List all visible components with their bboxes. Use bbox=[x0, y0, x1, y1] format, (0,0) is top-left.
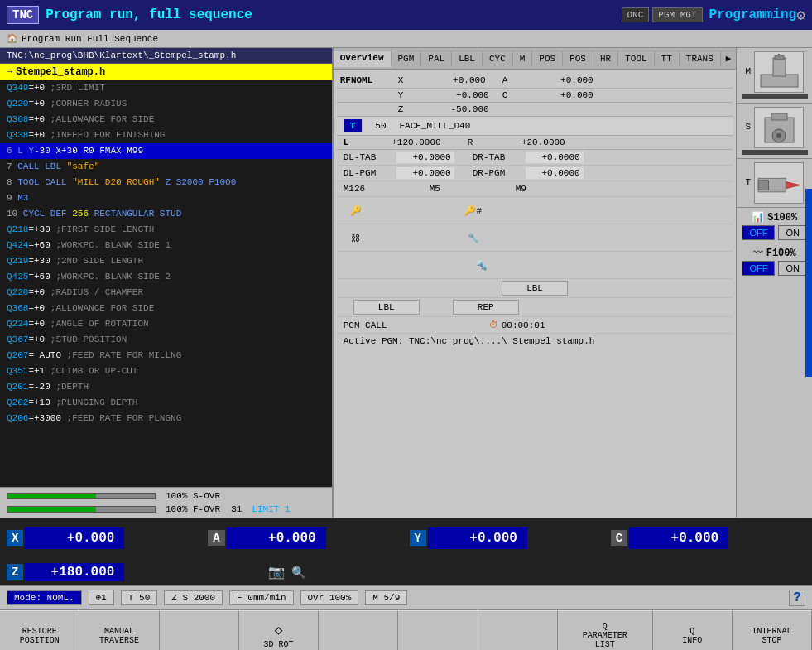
help-icon[interactable]: ? bbox=[789, 590, 805, 606]
a-axis-label: A bbox=[208, 530, 224, 546]
q-info-button[interactable]: QINFO bbox=[653, 610, 733, 650]
icon-row: 🔑 🔑# bbox=[337, 197, 733, 224]
right-sidebar: M S bbox=[736, 48, 812, 518]
a-label: A bbox=[502, 75, 519, 85]
empty-btn-3[interactable] bbox=[398, 610, 478, 650]
feed-waveform-icon: 〰 bbox=[753, 247, 763, 259]
dl-pgm-label: DL-PGM bbox=[344, 168, 393, 178]
home-icon: 🏠 bbox=[7, 33, 18, 44]
lbl-row-1: LBL bbox=[337, 279, 733, 298]
tab-m[interactable]: M bbox=[513, 51, 533, 66]
code-line: Q368=+0 ;ALLOWANCE FOR SIDE bbox=[0, 112, 332, 128]
t-name: FACE_MILL_D40 bbox=[400, 121, 471, 131]
coord-item: ⊕1 bbox=[89, 590, 114, 605]
programming-label: Programming bbox=[709, 7, 797, 22]
spindle-off-button[interactable]: OFF bbox=[742, 225, 775, 240]
l-label: L bbox=[344, 137, 360, 147]
tab-pos1[interactable]: POS bbox=[532, 51, 563, 66]
blue-scroll-bar[interactable] bbox=[805, 189, 812, 377]
m-section: M bbox=[737, 48, 812, 104]
spindle-icon: 📊 bbox=[752, 211, 764, 224]
dr-pgm-value: +0.0000 bbox=[526, 167, 584, 179]
dnc-badge: DNC bbox=[622, 7, 650, 22]
svg-rect-2 bbox=[775, 55, 784, 60]
spindle-on-button[interactable]: ON bbox=[778, 225, 807, 240]
file-name: Stempel_stamp.h bbox=[16, 66, 105, 78]
m-status-item: M 5/9 bbox=[365, 590, 407, 605]
t-number: 50 bbox=[375, 121, 386, 131]
m5-value: M5 bbox=[430, 184, 496, 194]
feed-on-button[interactable]: ON bbox=[778, 261, 807, 276]
status-bar: Mode: NOML. ⊕1 T 50 Z S 2000 F 0mm/min O… bbox=[0, 585, 812, 609]
tab-pgm[interactable]: PGM bbox=[392, 51, 422, 66]
subtitle-bar: 🏠 Program Run Full Sequence bbox=[0, 30, 812, 48]
code-line: Q224=+0 ;ANGLE OF ROTATION bbox=[0, 316, 332, 332]
tabs-arrow[interactable]: ▶ bbox=[721, 51, 737, 66]
q-parameter-list-button[interactable]: QPARAMETERLIST bbox=[558, 610, 653, 650]
t-sidebar-label: T bbox=[745, 177, 751, 187]
s-ovr-row: 100% S-OVR bbox=[7, 491, 325, 501]
dr-tab-value: +0.0000 bbox=[526, 152, 584, 163]
left-panel: TNC:\nc_prog\BHB\Klartext\_Stempel_stamp… bbox=[0, 48, 334, 518]
rfnoml-x-value: +0.000 bbox=[415, 75, 489, 86]
tab-trans[interactable]: TRANS bbox=[680, 51, 721, 66]
s-ovr-label: 100% S-OVR bbox=[166, 491, 220, 501]
code-line: 10 CYCL DEF 256 RECTANGULAR STUD bbox=[0, 206, 332, 222]
code-line: Q219=+30 ;2ND SIDE LENGTH bbox=[0, 253, 332, 269]
internal-stop-label: INTERNALSTOP bbox=[752, 627, 791, 645]
app-logo: TNC bbox=[7, 6, 39, 24]
spindle-label: S100% bbox=[767, 212, 797, 224]
c-axis-label: C bbox=[611, 530, 627, 546]
tab-overview[interactable]: Overview bbox=[334, 51, 392, 67]
svg-point-7 bbox=[776, 133, 781, 138]
page-title: Program run, full sequence bbox=[46, 7, 334, 22]
empty-btn-2[interactable] bbox=[319, 610, 398, 650]
tab-tool[interactable]: TOOL bbox=[618, 51, 654, 66]
t-label: T bbox=[344, 119, 363, 132]
3d-rot-label: 3D ROT bbox=[263, 640, 293, 649]
t-row: T 50 FACE_MILL_D40 bbox=[337, 117, 733, 136]
breadcrumb: Program Run Full Sequence bbox=[22, 34, 158, 44]
chain-icon: ⛓ bbox=[344, 228, 368, 248]
empty-btn-1[interactable] bbox=[160, 610, 239, 650]
code-line: Q220=+0 ;RADIUS / CHAMFER bbox=[0, 285, 332, 301]
y-position-value: +0.000 bbox=[428, 527, 527, 549]
hash-icon: 🔑# bbox=[461, 200, 486, 220]
tab-tt[interactable]: TT bbox=[655, 51, 680, 66]
icon-row-3: 🔩 bbox=[337, 252, 733, 279]
f-ovr-label: 100% F-OVR S1 bbox=[166, 504, 242, 514]
restore-position-label: RESTOREPOSITION bbox=[20, 627, 60, 645]
dl-tab-value: +0.0000 bbox=[396, 152, 454, 163]
svg-rect-1 bbox=[773, 58, 786, 76]
z-position-value: +180.000 bbox=[25, 563, 124, 581]
machine-t-icon bbox=[754, 162, 804, 204]
feed-controls: 〰 F100% OFF ON bbox=[737, 243, 812, 279]
code-line: Q367=+0 ;STUD POSITION bbox=[0, 332, 332, 348]
dl-tab-row: DL-TAB +0.0000 DR-TAB +0.0000 bbox=[337, 150, 733, 166]
tab-lbl[interactable]: LBL bbox=[452, 51, 483, 66]
svg-rect-10 bbox=[758, 180, 768, 190]
tab-hr[interactable]: HR bbox=[593, 51, 618, 66]
q-info-label: QINFO bbox=[682, 627, 702, 645]
code-line: Q351=+1 ;CLIMB OR UP-CUT bbox=[0, 364, 332, 379]
m-sidebar-label: M bbox=[745, 66, 751, 76]
3d-rot-button[interactable]: ◇ 3D ROT bbox=[239, 610, 319, 650]
code-editor[interactable]: Q349=+0 ;3RD LIMIT Q220=+0 ;CORNER RADIU… bbox=[0, 80, 332, 487]
empty-btn-4[interactable] bbox=[478, 610, 558, 650]
internal-stop-button[interactable]: INTERNALSTOP bbox=[733, 610, 812, 650]
tab-pos2[interactable]: POS bbox=[563, 51, 593, 66]
c-position-group: C +0.000 bbox=[611, 527, 805, 549]
gear-icon[interactable]: ⚙ bbox=[796, 6, 805, 24]
zoom-icon-group: 🔍 bbox=[291, 566, 305, 580]
rfnoml-y-value: +0.000 bbox=[415, 90, 489, 100]
manual-traverse-button[interactable]: MANUALTRAVERSE bbox=[79, 610, 159, 650]
code-line: Q202=+10 ;PLUNGING DEPTH bbox=[0, 395, 332, 411]
tab-cyc[interactable]: CYC bbox=[483, 51, 513, 66]
l-value: +120.0000 bbox=[367, 137, 441, 147]
tab-pal[interactable]: PAL bbox=[421, 51, 452, 66]
t-section: T bbox=[737, 159, 812, 208]
a-position-value: +0.000 bbox=[227, 527, 326, 549]
code-line: Q206=+3000 ;FEED RATE FOR PLNGNG bbox=[0, 411, 332, 426]
restore-position-button[interactable]: RESTOREPOSITION bbox=[0, 610, 79, 650]
feed-off-button[interactable]: OFF bbox=[742, 261, 775, 276]
